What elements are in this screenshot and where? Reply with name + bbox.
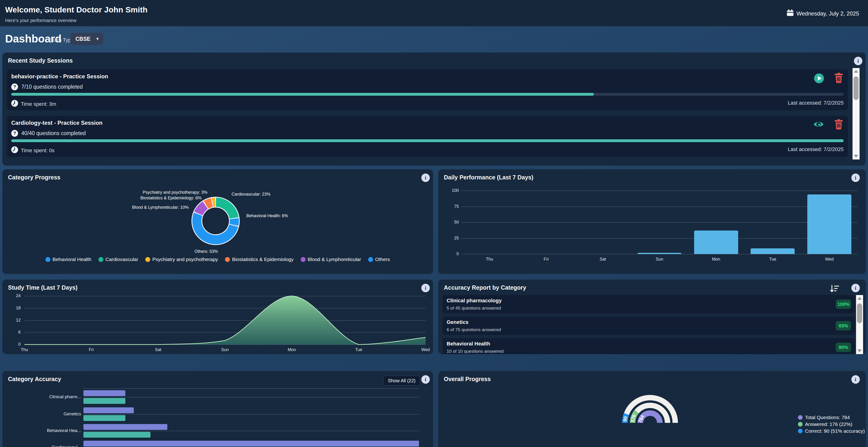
time-spent-text: Time spent: 3m — [21, 101, 56, 107]
gauge-ring-label: 90 — [622, 416, 628, 422]
x-tick-label: Mon — [712, 257, 720, 262]
donut-segment[interactable] — [234, 219, 234, 225]
questions-text: 7/10 questions completed — [21, 84, 83, 90]
legend-label: Total Questions: 784 — [805, 415, 850, 420]
category-progress-panel: Category Progress i Psychiatry and psych… — [2, 169, 433, 274]
category-sub: 6 of 75 questions answered — [447, 327, 501, 332]
gridline — [84, 388, 419, 389]
legend-dot — [301, 257, 306, 262]
exam-type-select[interactable]: CBSE ▼ — [70, 33, 103, 45]
resume-session-button[interactable] — [814, 73, 824, 83]
donut-label-cardio: Cardiovascular: 23% — [231, 192, 271, 197]
last-accessed: Last accessed: 7/2/2025 — [788, 146, 844, 154]
category-accuracy-chart[interactable]: Clinical pharm...GeneticsBehavioral Hea.… — [2, 371, 433, 447]
scroll-up-icon[interactable] — [856, 295, 863, 302]
scroll-thumb[interactable] — [857, 303, 862, 323]
accuracy-row[interactable]: Genetics 6 of 75 questions answered 83% — [442, 317, 855, 335]
y-tick-label: 100 — [442, 188, 459, 193]
gridline — [84, 397, 419, 397]
legend-label: Others — [375, 257, 390, 262]
study-time-chart[interactable]: 06121824ThuFriSatSunMonTueWed — [2, 279, 433, 354]
bar[interactable] — [638, 253, 681, 254]
questions-text: 40/40 questions completed — [21, 130, 86, 137]
session-card: Cardiology-test - Practice Session — [7, 116, 848, 157]
legend-item: Correct: 90 (51% accuracy) — [798, 428, 865, 434]
legend-dot — [368, 257, 373, 262]
legend-label: Blood & Lymphoreticular — [308, 257, 361, 262]
last-accessed: Last accessed: 7/2/2025 — [788, 100, 844, 108]
session-progress-bar — [11, 93, 844, 96]
accuracy-row[interactable]: Clinical pharmacology 5 of 45 questions … — [442, 295, 855, 313]
donut-label-behavioral: Behavioral Health: 6% — [246, 213, 288, 218]
donut-segment[interactable] — [206, 203, 212, 205]
category-label: Genetics — [12, 411, 81, 417]
info-icon[interactable]: i — [851, 284, 860, 292]
study-time-panel: Study Time (Last 7 Days) i 06121824ThuFr… — [2, 279, 433, 354]
dashboard-page: Welcome, Student Doctor John Smith Here'… — [0, 0, 868, 447]
legend-label: Biostatistics & Epidemiology — [232, 257, 293, 262]
accuracy-report-panel: Accuracy Report by Category i Clinical p… — [438, 279, 866, 354]
legend-item: Blood & Lymphoreticular — [301, 257, 361, 262]
donut-segment[interactable] — [216, 202, 234, 218]
sessions-scrollbar[interactable] — [852, 68, 860, 159]
donut-segment[interactable] — [198, 205, 205, 213]
y-tick-label: 0 — [442, 251, 459, 256]
bar[interactable] — [751, 248, 795, 254]
session-name: Cardiology-test - Practice Session — [11, 120, 102, 126]
bar-answered[interactable] — [84, 407, 134, 413]
date-text: Wednesday, July 2, 2025 — [797, 10, 859, 17]
accuracy-report-title: Accuracy Report by Category — [444, 284, 526, 291]
category-accuracy-panel: Category Accuracy Show All (22) i Clinic… — [2, 371, 433, 447]
bar-answered[interactable] — [84, 424, 167, 430]
chevron-down-icon: ▼ — [96, 37, 99, 41]
category-label: Cardiovascul... — [12, 445, 81, 447]
overall-legend: Total Questions: 784Answered: 176 (22%)C… — [798, 415, 865, 434]
welcome-subtitle: Here's your performance overview — [5, 18, 76, 23]
donut-label-others: Others: 53% — [194, 249, 218, 254]
time-spent-text: Time spent: 0s — [21, 148, 54, 154]
donut-label-biostat: Biostatistics & Epidemiology: 6% — [141, 196, 202, 201]
scroll-up-icon[interactable] — [852, 68, 860, 74]
scroll-down-icon[interactable] — [856, 348, 863, 354]
y-tick-label: 25 — [442, 236, 459, 241]
area-line — [24, 296, 426, 345]
legend-dot — [145, 257, 150, 262]
bar[interactable] — [807, 195, 851, 254]
donut-label-psychiatry: Psychiatry and psychotherapy: 3% — [143, 190, 207, 195]
overall-progress-gauge[interactable]: 90176784 — [438, 371, 866, 447]
bar[interactable] — [694, 231, 738, 254]
bar-correct[interactable] — [84, 432, 150, 438]
view-session-button[interactable] — [813, 120, 824, 129]
bar-answered[interactable] — [84, 441, 419, 447]
delete-session-button[interactable] — [835, 119, 843, 130]
daily-performance-chart[interactable]: 0255075100ThuFriSatSunMonTueWed — [438, 169, 866, 274]
delete-session-button[interactable] — [835, 73, 843, 84]
accuracy-scrollbar[interactable] — [856, 295, 863, 354]
gridline — [461, 254, 858, 254]
bar-correct[interactable] — [84, 415, 125, 421]
overall-progress-panel: Overall Progress i 90176784 Total Questi… — [438, 371, 866, 447]
gridline — [461, 238, 858, 239]
x-tick-label: Fri — [544, 257, 549, 262]
info-icon[interactable]: i — [854, 57, 862, 65]
exam-type-value: CBSE — [75, 36, 90, 42]
scroll-thumb[interactable] — [854, 77, 859, 100]
calendar-icon — [787, 9, 794, 18]
accuracy-row[interactable]: Behavioral Health 10 of 10 questions ans… — [442, 338, 855, 354]
legend-item: Total Questions: 784 — [798, 415, 865, 420]
accuracy-badge: 100% — [836, 299, 851, 309]
category-sub: 5 of 45 questions answered — [447, 305, 501, 311]
bar-correct[interactable] — [84, 398, 125, 404]
sort-descending-icon[interactable] — [830, 285, 840, 294]
session-progress-fill — [11, 93, 594, 96]
legend-label: Psychiatry and psychotherapy — [152, 257, 218, 262]
legend-item: Psychiatry and psychotherapy — [145, 257, 218, 262]
legend-item: Answered: 176 (22%) — [798, 421, 865, 427]
sessions-title: Recent Study Sessions — [8, 57, 73, 64]
scroll-down-icon[interactable] — [852, 153, 860, 159]
bar-answered[interactable] — [84, 390, 125, 396]
x-tick-label: Sat — [600, 257, 606, 262]
legend-item: Others — [368, 257, 390, 262]
legend-item: Cardiovascular — [98, 257, 138, 262]
questions-completed: ? 40/40 questions completed — [11, 130, 86, 137]
